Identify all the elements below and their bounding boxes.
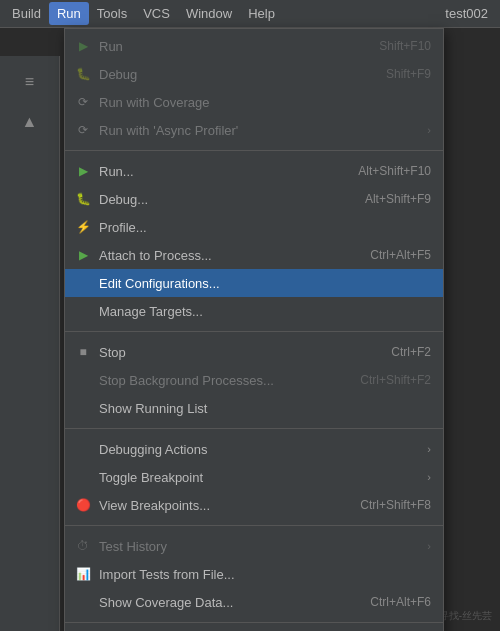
run-async-arrow: › xyxy=(427,124,431,136)
stop-bg-label: Stop Background Processes... xyxy=(99,373,340,388)
section-2: ▶ Run... Alt+Shift+F10 🐛 Debug... Alt+Sh… xyxy=(65,154,443,328)
separator-4 xyxy=(65,525,443,526)
toggle-bp-arrow: › xyxy=(427,471,431,483)
separator-1 xyxy=(65,150,443,151)
section-1: ▶ Run Shift+F10 🐛 Debug Shift+F9 ⟳ Run w… xyxy=(65,29,443,147)
run-simple-label: Run xyxy=(99,39,359,54)
stop-bg-shortcut: Ctrl+Shift+F2 xyxy=(360,373,431,387)
manage-targets-label: Manage Targets... xyxy=(99,304,431,319)
menu-item-test-history[interactable]: ⏱ Test History › xyxy=(65,532,443,560)
debug-actions-arrow: › xyxy=(427,443,431,455)
debug-simple-icon: 🐛 xyxy=(73,64,93,84)
test-history-arrow: › xyxy=(427,540,431,552)
show-coverage-shortcut: Ctrl+Alt+F6 xyxy=(370,595,431,609)
stop-label: Stop xyxy=(99,345,371,360)
attach-process-icon: ▶ xyxy=(73,245,93,265)
view-bp-label: View Breakpoints... xyxy=(99,498,340,513)
ide-sidebar: ≡ ▲ xyxy=(0,56,60,631)
edit-configs-label: Edit Configurations... xyxy=(99,276,431,291)
edit-configs-icon xyxy=(73,273,93,293)
menu-run[interactable]: Run xyxy=(49,2,89,25)
view-bp-shortcut: Ctrl+Shift+F8 xyxy=(360,498,431,512)
run-coverage-label: Run with Coverage xyxy=(99,95,431,110)
menu-item-run-simple[interactable]: ▶ Run Shift+F10 xyxy=(65,32,443,60)
menu-item-debug-actions[interactable]: Debugging Actions › xyxy=(65,435,443,463)
stop-icon: ■ xyxy=(73,342,93,362)
section-3: ■ Stop Ctrl+F2 Stop Background Processes… xyxy=(65,335,443,425)
menu-item-run-async[interactable]: ⟳ Run with 'Async Profiler' › xyxy=(65,116,443,144)
section-4: Debugging Actions › Toggle Breakpoint › … xyxy=(65,432,443,522)
debug-dots-icon: 🐛 xyxy=(73,189,93,209)
attach-process-shortcut: Ctrl+Alt+F5 xyxy=(370,248,431,262)
run-dropdown: ▶ Run Shift+F10 🐛 Debug Shift+F9 ⟳ Run w… xyxy=(64,28,444,631)
view-bp-icon: 🔴 xyxy=(73,495,93,515)
debug-actions-icon xyxy=(73,439,93,459)
menu-item-run-dots[interactable]: ▶ Run... Alt+Shift+F10 xyxy=(65,157,443,185)
menu-item-attach-process[interactable]: ▶ Attach to Process... Ctrl+Alt+F5 xyxy=(65,241,443,269)
sidebar-icon-1: ≡ xyxy=(10,64,50,100)
menu-item-run-coverage[interactable]: ⟳ Run with Coverage xyxy=(65,88,443,116)
profile-icon: ⚡ xyxy=(73,217,93,237)
show-running-icon xyxy=(73,398,93,418)
menu-item-edit-configs[interactable]: Edit Configurations... xyxy=(65,269,443,297)
manage-targets-icon xyxy=(73,301,93,321)
debug-simple-shortcut: Shift+F9 xyxy=(386,67,431,81)
debug-simple-label: Debug xyxy=(99,67,366,82)
run-async-label: Run with 'Async Profiler' xyxy=(99,123,423,138)
separator-5 xyxy=(65,622,443,623)
toggle-bp-icon xyxy=(73,467,93,487)
run-async-icon: ⟳ xyxy=(73,120,93,140)
import-tests-label: Import Tests from File... xyxy=(99,567,431,582)
menu-item-debug-dots[interactable]: 🐛 Debug... Alt+Shift+F9 xyxy=(65,185,443,213)
run-coverage-icon: ⟳ xyxy=(73,92,93,112)
debug-dots-label: Debug... xyxy=(99,192,345,207)
show-running-label: Show Running List xyxy=(99,401,431,416)
menu-vcs[interactable]: VCS xyxy=(135,2,178,25)
menu-item-stop-bg[interactable]: Stop Background Processes... Ctrl+Shift+… xyxy=(65,366,443,394)
test-history-label: Test History xyxy=(99,539,423,554)
run-simple-icon: ▶ xyxy=(73,36,93,56)
menu-item-stop[interactable]: ■ Stop Ctrl+F2 xyxy=(65,338,443,366)
menu-item-show-running[interactable]: Show Running List xyxy=(65,394,443,422)
menu-item-toggle-bp[interactable]: Toggle Breakpoint › xyxy=(65,463,443,491)
run-dots-label: Run... xyxy=(99,164,338,179)
separator-2 xyxy=(65,331,443,332)
debug-dots-shortcut: Alt+Shift+F9 xyxy=(365,192,431,206)
menu-item-manage-targets[interactable]: Manage Targets... xyxy=(65,297,443,325)
stop-bg-icon xyxy=(73,370,93,390)
menu-build[interactable]: Build xyxy=(4,2,49,25)
menu-item-profile[interactable]: ⚡ Profile... xyxy=(65,213,443,241)
debug-actions-label: Debugging Actions xyxy=(99,442,423,457)
section-6: Attach Profiler to Process... Open Profi… xyxy=(65,626,443,631)
attach-process-label: Attach to Process... xyxy=(99,248,350,263)
run-simple-shortcut: Shift+F10 xyxy=(379,39,431,53)
separator-3 xyxy=(65,428,443,429)
window-title: test002 xyxy=(445,6,496,21)
import-tests-icon: 📊 xyxy=(73,564,93,584)
toggle-bp-label: Toggle Breakpoint xyxy=(99,470,423,485)
menu-bar: Build Run Tools VCS Window Help test002 xyxy=(0,0,500,28)
profile-label: Profile... xyxy=(99,220,431,235)
menu-tools[interactable]: Tools xyxy=(89,2,135,25)
run-dots-icon: ▶ xyxy=(73,161,93,181)
section-5: ⏱ Test History › 📊 Import Tests from Fil… xyxy=(65,529,443,619)
run-dots-shortcut: Alt+Shift+F10 xyxy=(358,164,431,178)
show-coverage-label: Show Coverage Data... xyxy=(99,595,350,610)
menu-window[interactable]: Window xyxy=(178,2,240,25)
menu-item-debug-simple[interactable]: 🐛 Debug Shift+F9 xyxy=(65,60,443,88)
sidebar-icon-2: ▲ xyxy=(10,104,50,140)
menu-item-import-tests[interactable]: 📊 Import Tests from File... xyxy=(65,560,443,588)
menu-item-show-coverage[interactable]: Show Coverage Data... Ctrl+Alt+F6 xyxy=(65,588,443,616)
test-history-icon: ⏱ xyxy=(73,536,93,556)
stop-shortcut: Ctrl+F2 xyxy=(391,345,431,359)
menu-item-view-bp[interactable]: 🔴 View Breakpoints... Ctrl+Shift+F8 xyxy=(65,491,443,519)
show-coverage-icon xyxy=(73,592,93,612)
menu-help[interactable]: Help xyxy=(240,2,283,25)
